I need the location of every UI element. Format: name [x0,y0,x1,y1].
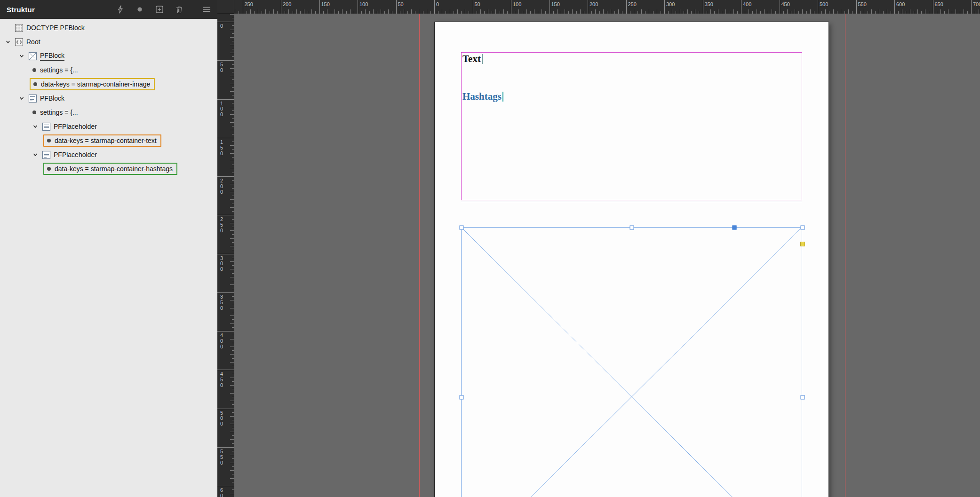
pasteboard-canvas[interactable]: Text Hashtags [234,14,980,497]
ruler-tick [902,9,902,14]
ruler-tick [232,312,234,312]
tree-node-placeholder-text[interactable]: PFPlaceholder [0,119,217,134]
ruler-tick [217,447,234,448]
selection-handle-mid-right[interactable] [801,395,805,400]
chevron-down-icon[interactable] [19,95,28,101]
chevron-down-icon[interactable] [19,53,28,59]
ruler-tick [798,11,799,14]
ruler-tick [273,9,274,14]
chevron-down-icon[interactable] [5,39,15,45]
ruler-tick [495,9,496,14]
ruler-label: 50 [398,1,404,7]
flash-icon[interactable] [116,5,124,14]
ruler-tick [921,11,922,14]
ruler-tick [232,474,234,474]
ruler-tick [230,478,234,479]
tree-node-label: data-keys = starmap-container-hashtags [55,165,173,173]
ruler-origin-corner[interactable] [217,0,234,14]
ruler-tick [591,11,592,14]
record-circle-icon[interactable] [135,5,144,14]
ruler-tick [507,11,508,14]
text-frame[interactable]: Text Hashtags [461,52,802,200]
ruler-tick [230,308,234,308]
ruler-tick [407,11,408,14]
ruler-tick [864,9,864,14]
trash-icon[interactable] [175,5,183,14]
chevron-down-icon[interactable] [32,124,42,129]
ruler-tick [879,9,879,14]
ruler-tick [599,11,600,14]
hashtags-placeholder-label[interactable]: Hashtags [462,91,502,102]
tree-node-data-keys-hashtags[interactable]: data-keys = starmap-container-hashtags [0,162,217,176]
text-placeholder-label[interactable]: Text [462,53,481,64]
ruler-tick [265,9,266,14]
ruler-tick [232,381,234,382]
ruler-tick [760,11,761,14]
ruler-tick [232,87,234,88]
ruler-tick [232,64,234,65]
ruler-tick [270,11,270,14]
document-page[interactable]: Text Hashtags [434,22,829,497]
text-block-icon [28,94,37,103]
ruler-tick [530,11,531,14]
horizontal-ruler[interactable]: 2502001501005005010015020025030035040045… [234,0,980,14]
ruler-tick [230,45,234,45]
vertical-ruler[interactable]: 05 01 0 01 5 02 0 02 5 03 0 03 5 04 0 04… [217,14,234,497]
ruler-tick [691,11,692,14]
ruler-tick [232,72,234,72]
selection-handle-top-center[interactable] [630,226,634,230]
ruler-tick [967,11,968,14]
root-icon [15,38,24,47]
ruler-label: 0 [220,24,223,29]
selection-handle-mid-left[interactable] [460,395,464,400]
ruler-tick [434,0,435,14]
ruler-tick [230,114,234,115]
ruler-tick [230,316,234,316]
tree-node-placeholder-hashtags[interactable]: PFPlaceholder [0,148,217,162]
add-icon[interactable] [155,5,164,14]
image-placeholder-frame[interactable] [461,227,802,497]
tree-node-settings-2[interactable]: settings = {... [0,105,217,119]
live-corner-handle[interactable] [800,242,805,246]
tree-node-settings-1[interactable]: settings = {... [0,63,217,77]
ruler-tick [829,11,829,14]
ruler-tick [442,9,442,14]
tree-node-label: PFBlock [40,51,64,61]
ruler-tick [230,207,234,208]
ruler-tick [232,173,234,173]
ruler-tick [230,277,234,277]
ruler-tick [232,204,234,204]
ruler-tick [446,11,446,14]
ruler-tick [230,161,234,161]
ruler-tick [396,0,397,14]
ruler-tick [795,9,795,14]
selection-handle-top-left[interactable] [460,226,464,230]
selection-handle-top-right[interactable] [801,226,805,230]
ruler-label: 350 [705,1,713,7]
ruler-tick [561,11,561,14]
ruler-tick [232,25,234,26]
ruler-tick [860,11,860,14]
ruler-tick [898,11,899,14]
ruler-tick [775,11,776,14]
ruler-tick [802,9,803,14]
tree-node-data-keys-text[interactable]: data-keys = starmap-container-text [0,134,217,148]
ruler-label: 1 0 0 [220,101,223,118]
ruler-tick [230,14,234,15]
tree-node-pfblock-image[interactable]: PFBlock [0,49,217,63]
ruler-tick [971,0,972,14]
tree-node-pfblock-text[interactable]: PFBlock [0,91,217,105]
tree-node-doctype[interactable]: DOCTYPE PFBlock [0,21,217,35]
ruler-tick [247,11,247,14]
ruler-tick [584,11,584,14]
menu-icon[interactable] [202,5,211,14]
chevron-down-icon[interactable] [32,152,42,158]
ruler-tick [538,11,538,14]
tree-node-data-keys-image[interactable]: data-keys = starmap-container-image [0,77,217,91]
ruler-label: 500 [820,1,828,7]
ruler-tick [230,385,234,386]
ruler-tick [929,11,929,14]
selection-handle-filled[interactable] [733,226,737,230]
ruler-tick [230,439,234,440]
tree-node-root[interactable]: Root [0,35,217,49]
